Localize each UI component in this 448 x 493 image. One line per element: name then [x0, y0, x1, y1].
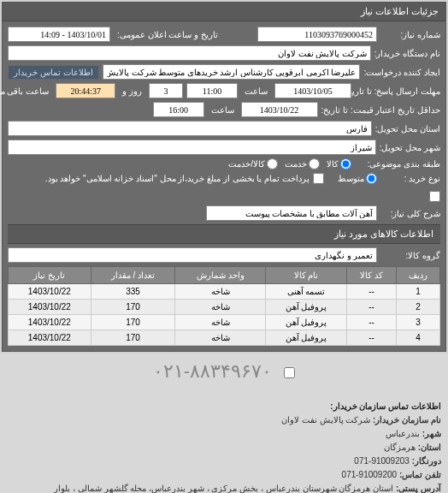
input-desc[interactable] — [206, 205, 377, 221]
row-checkbox-extra — [8, 191, 440, 202]
goods-section-header: اطلاعات کالاهای مورد نیاز — [8, 224, 440, 244]
footer-addr: آدرس پستی: استان هرمزگان شهرستان بندرعبا… — [7, 482, 441, 493]
th-qty: تعداد / مقدار — [91, 267, 175, 284]
th-unit: واحد شمارش — [175, 267, 266, 284]
input-validity-date[interactable] — [241, 102, 318, 117]
input-countdown — [56, 83, 115, 98]
label-subject-cat: طبقه بندی موضوعی: — [355, 159, 440, 169]
label-city: شهر محل تحویل: — [380, 143, 440, 152]
row-subject-cat: طبقه بندی موضوعی: کالا خدمت کالا/خدمت — [8, 158, 440, 169]
input-group[interactable] — [8, 247, 377, 263]
label-remaining: ساعت باقی مانده — [0, 86, 49, 96]
table-cell: 1403/10/22 — [9, 315, 91, 330]
panel-body: شماره نیاز: تاریخ و ساعت اعلان عمومی: نا… — [3, 21, 445, 351]
table-cell: 170 — [91, 300, 175, 315]
watermark-text: ۰۲۱-۸۸۳۴۹۶۷۰ — [153, 360, 272, 382]
radio-medium[interactable]: متوسط — [338, 173, 377, 184]
table-cell: -- — [346, 315, 397, 330]
input-req-no[interactable] — [257, 27, 377, 42]
table-row[interactable]: 1--تسمه آهنیشاخه3351403/10/22 — [9, 284, 440, 300]
label-deadline: مهلت ارسال پاسخ: تا تاریخ: — [355, 86, 440, 96]
footer-city: شهر: بندرعباس — [7, 427, 441, 441]
table-cell: شاخه — [175, 300, 266, 315]
row-city: شهر محل تحویل: — [8, 140, 440, 155]
radio-goods-input[interactable] — [340, 158, 351, 169]
radio-gs-input[interactable] — [267, 158, 278, 169]
label-purchase-type: نوع خرید : — [380, 174, 440, 183]
radio-gs-label: کالا/خدمت — [228, 159, 265, 169]
label-desc: شرح کلی نیاز: — [380, 209, 440, 218]
th-name: نام کالا — [266, 267, 347, 284]
row-province: استان محل تحویل: — [8, 121, 440, 136]
input-city[interactable] — [8, 140, 376, 155]
row-req-no: شماره نیاز: تاریخ و ساعت اعلان عمومی: — [8, 27, 440, 42]
radio-group-subject: کالا خدمت کالا/خدمت — [228, 158, 351, 169]
table-row[interactable]: 4--پروفیل آهنشاخه1701403/10/22 — [9, 330, 440, 346]
radio-service-label: خدمت — [285, 159, 307, 169]
row-deadline: مهلت ارسال پاسخ: تا تاریخ: ساعت روز و سا… — [8, 83, 440, 98]
table-row[interactable]: 2--پروفیل آهنشاخه1701403/10/22 — [9, 300, 440, 315]
table-cell: شاخه — [175, 315, 266, 330]
watermark-checkbox[interactable] — [284, 367, 295, 378]
footer-prov: استان: هرمزگان — [7, 441, 441, 454]
table-cell: 1 — [397, 284, 440, 300]
table-row[interactable]: 3--پروفیل آهنشاخه1701403/10/22 — [9, 315, 440, 330]
row-purchase-type: نوع خرید : متوسط پرداخت تمام یا بخشی از … — [8, 173, 440, 184]
row-validity: حداقل تاریخ اعتبار قیمت: تا تاریخ: ساعت — [8, 102, 440, 117]
label-validity-at: ساعت — [211, 105, 234, 115]
table-header-row: ردیف کد کالا نام کالا واحد شمارش تعداد /… — [9, 267, 440, 284]
input-deadline-time[interactable] — [186, 83, 238, 98]
input-province[interactable] — [8, 121, 372, 136]
label-req-no: شماره نیاز: — [380, 30, 440, 39]
table-cell: -- — [346, 284, 397, 300]
label-deadline-at: ساعت — [245, 86, 268, 96]
checkbox-extra[interactable] — [429, 191, 440, 202]
th-date: تاریخ نیاز — [9, 267, 91, 284]
label-days-sep: روز و — [122, 86, 142, 96]
radio-medium-label: متوسط — [338, 174, 364, 183]
table-cell: تسمه آهنی — [266, 284, 347, 300]
goods-table: ردیف کد کالا نام کالا واحد شمارش تعداد /… — [8, 266, 440, 346]
radio-medium-input[interactable] — [366, 173, 377, 184]
footer: اطلاعات تماس سازمان خریدار: نام سازمان خ… — [0, 389, 448, 493]
row-desc: شرح کلی نیاز: — [8, 205, 440, 221]
input-validity-time[interactable] — [153, 102, 204, 117]
input-creator[interactable] — [103, 64, 360, 80]
panel-title: جزئیات اطلاعات نیاز — [3, 3, 445, 21]
label-announce: تاریخ و ساعت اعلان عمومی: — [117, 30, 251, 39]
watermark-phone: ۰۲۱-۸۸۳۴۹۶۷۰ — [0, 353, 448, 389]
table-cell: 4 — [397, 330, 440, 346]
purchase-note: پرداخت تمام یا بخشی از مبلغ خرید،از محل … — [45, 174, 309, 183]
radio-goods[interactable]: کالا — [327, 158, 351, 169]
th-row: ردیف — [397, 267, 440, 284]
table-cell: پروفیل آهن — [266, 300, 347, 315]
table-cell: 3 — [397, 315, 440, 330]
radio-service-input[interactable] — [309, 158, 320, 169]
label-buyer: نام دستگاه خریدار: — [374, 49, 440, 58]
footer-tel: تلفن تماس: 91009200-071 — [7, 468, 441, 482]
label-validity: حداقل تاریخ اعتبار قیمت: تا تاریخ: — [321, 105, 440, 115]
label-group: گروه کالا: — [380, 251, 440, 260]
checkbox-treasury[interactable]: پرداخت تمام یا بخشی از مبلغ خرید،از محل … — [45, 173, 324, 184]
radio-goods-label: کالا — [327, 159, 339, 169]
row-group: گروه کالا: — [8, 247, 440, 263]
input-deadline-date[interactable] — [274, 83, 351, 98]
input-announce[interactable] — [8, 27, 110, 42]
input-days[interactable] — [149, 83, 183, 98]
footer-org: نام سازمان خریدار: شرکت پالایش نفت لاوان — [7, 413, 441, 427]
checkbox-treasury-input[interactable] — [313, 173, 324, 184]
radio-service[interactable]: خدمت — [285, 158, 320, 169]
label-province: استان محل تحویل: — [375, 124, 440, 134]
contact-info-button[interactable]: اطلاعات تماس خریدار — [8, 65, 99, 80]
footer-fax: دورنگار: 91009203-071 — [7, 454, 441, 468]
details-panel: جزئیات اطلاعات نیاز شماره نیاز: تاریخ و … — [2, 2, 446, 352]
radio-goods-service[interactable]: کالا/خدمت — [228, 158, 278, 169]
table-cell: شاخه — [175, 330, 266, 346]
th-code: کد کالا — [346, 267, 397, 284]
input-buyer[interactable] — [8, 45, 371, 61]
table-cell: 1403/10/22 — [9, 300, 91, 315]
row-buyer: نام دستگاه خریدار: — [8, 45, 440, 61]
label-creator: ایجاد کننده درخواست: — [363, 68, 440, 77]
table-cell: 170 — [91, 330, 175, 346]
table-cell: 2 — [397, 300, 440, 315]
